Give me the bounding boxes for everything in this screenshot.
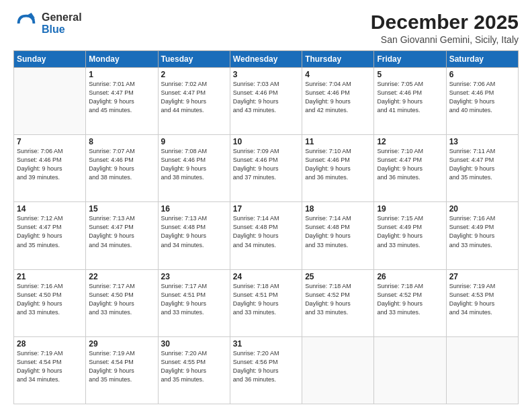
table-row: 27Sunrise: 7:19 AMSunset: 4:53 PMDayligh…: [446, 269, 518, 336]
calendar-week-row: 7Sunrise: 7:06 AMSunset: 4:46 PMDaylight…: [14, 135, 519, 202]
day-info: Sunrise: 7:12 AMSunset: 4:47 PMDaylight:…: [17, 214, 83, 249]
day-info: Sunrise: 7:10 AMSunset: 4:46 PMDaylight:…: [305, 147, 371, 182]
day-number: 23: [161, 272, 227, 281]
table-row: [446, 336, 518, 404]
table-row: 12Sunrise: 7:10 AMSunset: 4:47 PMDayligh…: [374, 135, 446, 202]
day-number: 13: [449, 137, 515, 146]
day-number: 4: [305, 70, 371, 79]
day-info: Sunrise: 7:11 AMSunset: 4:47 PMDaylight:…: [449, 147, 515, 182]
day-number: 6: [449, 70, 515, 79]
table-row: 30Sunrise: 7:20 AMSunset: 4:55 PMDayligh…: [158, 336, 230, 404]
col-tuesday: Tuesday: [158, 51, 230, 68]
table-row: 16Sunrise: 7:13 AMSunset: 4:48 PMDayligh…: [158, 202, 230, 269]
day-info: Sunrise: 7:10 AMSunset: 4:47 PMDaylight:…: [377, 147, 443, 182]
col-sunday: Sunday: [14, 51, 86, 68]
day-info: Sunrise: 7:04 AMSunset: 4:46 PMDaylight:…: [305, 80, 371, 115]
day-number: 21: [17, 272, 83, 281]
calendar-week-row: 21Sunrise: 7:16 AMSunset: 4:50 PMDayligh…: [14, 269, 519, 336]
day-info: Sunrise: 7:18 AMSunset: 4:52 PMDaylight:…: [305, 282, 371, 317]
day-number: 16: [161, 204, 227, 214]
day-info: Sunrise: 7:18 AMSunset: 4:51 PMDaylight:…: [233, 282, 299, 317]
logo-blue-text: Blue: [42, 24, 82, 36]
col-saturday: Saturday: [446, 51, 518, 68]
day-info: Sunrise: 7:13 AMSunset: 4:47 PMDaylight:…: [89, 214, 154, 249]
logo: General Blue: [13, 11, 82, 36]
calendar-table: Sunday Monday Tuesday Wednesday Thursday…: [13, 50, 519, 404]
table-row: 15Sunrise: 7:13 AMSunset: 4:47 PMDayligh…: [86, 202, 158, 269]
day-info: Sunrise: 7:20 AMSunset: 4:55 PMDaylight:…: [161, 349, 227, 384]
col-monday: Monday: [86, 51, 158, 68]
table-row: 3Sunrise: 7:03 AMSunset: 4:46 PMDaylight…: [230, 68, 302, 135]
table-row: 1Sunrise: 7:01 AMSunset: 4:47 PMDaylight…: [86, 68, 158, 135]
table-row: 23Sunrise: 7:17 AMSunset: 4:51 PMDayligh…: [158, 269, 230, 336]
day-number: 27: [449, 272, 515, 281]
day-info: Sunrise: 7:01 AMSunset: 4:47 PMDaylight:…: [89, 80, 154, 115]
table-row: 14Sunrise: 7:12 AMSunset: 4:47 PMDayligh…: [14, 202, 86, 269]
calendar-week-row: 28Sunrise: 7:19 AMSunset: 4:54 PMDayligh…: [14, 336, 519, 404]
table-row: 22Sunrise: 7:17 AMSunset: 4:50 PMDayligh…: [86, 269, 158, 336]
table-row: 28Sunrise: 7:19 AMSunset: 4:54 PMDayligh…: [14, 336, 86, 404]
day-number: 25: [305, 272, 371, 281]
day-number: 15: [89, 204, 154, 214]
day-info: Sunrise: 7:16 AMSunset: 4:50 PMDaylight:…: [17, 282, 83, 317]
logo-icon: [13, 11, 39, 36]
page: General Blue December 2025 San Giovanni …: [0, 0, 532, 411]
table-row: [302, 336, 374, 404]
day-info: Sunrise: 7:18 AMSunset: 4:52 PMDaylight:…: [377, 282, 443, 317]
day-number: 18: [305, 204, 371, 214]
day-number: 5: [377, 70, 443, 79]
col-thursday: Thursday: [302, 51, 374, 68]
day-info: Sunrise: 7:03 AMSunset: 4:46 PMDaylight:…: [233, 80, 299, 115]
table-row: 31Sunrise: 7:20 AMSunset: 4:56 PMDayligh…: [230, 336, 302, 404]
table-row: 8Sunrise: 7:07 AMSunset: 4:46 PMDaylight…: [86, 135, 158, 202]
day-number: 31: [233, 339, 299, 349]
table-row: 10Sunrise: 7:09 AMSunset: 4:46 PMDayligh…: [230, 135, 302, 202]
day-info: Sunrise: 7:13 AMSunset: 4:48 PMDaylight:…: [161, 214, 227, 249]
day-number: 2: [161, 70, 227, 79]
day-info: Sunrise: 7:08 AMSunset: 4:46 PMDaylight:…: [161, 147, 227, 182]
logo-general-text: General: [42, 11, 82, 24]
header: General Blue December 2025 San Giovanni …: [13, 11, 519, 45]
day-number: 30: [161, 339, 227, 349]
day-number: 7: [17, 137, 83, 146]
table-row: 21Sunrise: 7:16 AMSunset: 4:50 PMDayligh…: [14, 269, 86, 336]
day-info: Sunrise: 7:19 AMSunset: 4:53 PMDaylight:…: [449, 282, 515, 317]
day-info: Sunrise: 7:19 AMSunset: 4:54 PMDaylight:…: [89, 349, 154, 384]
day-number: 9: [161, 137, 227, 146]
day-info: Sunrise: 7:07 AMSunset: 4:46 PMDaylight:…: [89, 147, 154, 182]
day-info: Sunrise: 7:17 AMSunset: 4:50 PMDaylight:…: [89, 282, 154, 317]
table-row: 13Sunrise: 7:11 AMSunset: 4:47 PMDayligh…: [446, 135, 518, 202]
calendar-week-row: 1Sunrise: 7:01 AMSunset: 4:47 PMDaylight…: [14, 68, 519, 135]
day-number: 20: [449, 204, 515, 214]
table-row: [14, 68, 86, 135]
month-title: December 2025: [371, 11, 519, 33]
day-info: Sunrise: 7:09 AMSunset: 4:46 PMDaylight:…: [233, 147, 299, 182]
table-row: 29Sunrise: 7:19 AMSunset: 4:54 PMDayligh…: [86, 336, 158, 404]
table-row: 2Sunrise: 7:02 AMSunset: 4:47 PMDaylight…: [158, 68, 230, 135]
calendar-week-row: 14Sunrise: 7:12 AMSunset: 4:47 PMDayligh…: [14, 202, 519, 269]
day-number: 10: [233, 137, 299, 146]
calendar-header-row: Sunday Monday Tuesday Wednesday Thursday…: [14, 51, 519, 68]
table-row: 26Sunrise: 7:18 AMSunset: 4:52 PMDayligh…: [374, 269, 446, 336]
day-number: 24: [233, 272, 299, 281]
day-info: Sunrise: 7:14 AMSunset: 4:48 PMDaylight:…: [233, 214, 299, 249]
table-row: 20Sunrise: 7:16 AMSunset: 4:49 PMDayligh…: [446, 202, 518, 269]
table-row: 18Sunrise: 7:14 AMSunset: 4:48 PMDayligh…: [302, 202, 374, 269]
table-row: 17Sunrise: 7:14 AMSunset: 4:48 PMDayligh…: [230, 202, 302, 269]
title-block: December 2025 San Giovanni Gemini, Sicil…: [371, 11, 519, 45]
day-info: Sunrise: 7:06 AMSunset: 4:46 PMDaylight:…: [17, 147, 83, 182]
day-number: 8: [89, 137, 154, 146]
day-number: 26: [377, 272, 443, 281]
location-title: San Giovanni Gemini, Sicily, Italy: [371, 34, 519, 45]
day-number: 22: [89, 272, 154, 281]
day-info: Sunrise: 7:17 AMSunset: 4:51 PMDaylight:…: [161, 282, 227, 317]
day-info: Sunrise: 7:02 AMSunset: 4:47 PMDaylight:…: [161, 80, 227, 115]
table-row: 4Sunrise: 7:04 AMSunset: 4:46 PMDaylight…: [302, 68, 374, 135]
table-row: 24Sunrise: 7:18 AMSunset: 4:51 PMDayligh…: [230, 269, 302, 336]
day-info: Sunrise: 7:06 AMSunset: 4:46 PMDaylight:…: [449, 80, 515, 115]
col-wednesday: Wednesday: [230, 51, 302, 68]
day-number: 11: [305, 137, 371, 146]
day-number: 3: [233, 70, 299, 79]
table-row: 6Sunrise: 7:06 AMSunset: 4:46 PMDaylight…: [446, 68, 518, 135]
day-number: 29: [89, 339, 154, 349]
